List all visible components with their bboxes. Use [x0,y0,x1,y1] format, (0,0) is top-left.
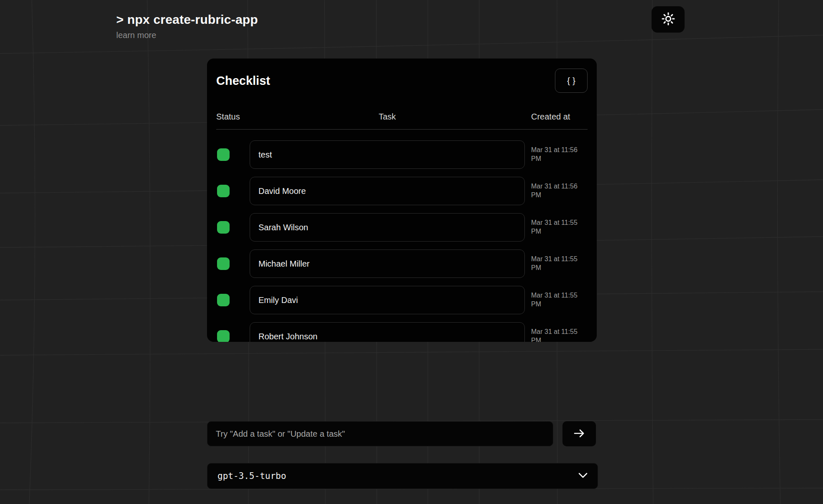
task-checkbox[interactable] [217,185,230,197]
table-row: Mar 31 at 11:56 PM [216,140,588,169]
json-view-button[interactable]: { } [555,69,588,93]
send-button[interactable] [562,421,596,446]
task-checkbox[interactable] [217,330,230,342]
app-title: > npx create-rubric-app [116,13,258,27]
task-text-input[interactable] [250,140,525,169]
task-text-input[interactable] [250,322,525,342]
task-command-input[interactable] [207,421,553,446]
learn-more-link[interactable]: learn more [116,31,156,40]
table-row: Mar 31 at 11:55 PM [216,286,588,314]
task-checkbox[interactable] [217,294,230,306]
task-text-input[interactable] [250,177,525,205]
chevron-down-icon [578,472,588,480]
table-row: Mar 31 at 11:56 PM [216,177,588,205]
task-checkbox[interactable] [217,148,230,161]
model-select-value: gpt-3.5-turbo [217,471,286,481]
sun-icon [662,12,675,27]
task-created-at: Mar 31 at 11:55 PM [525,219,587,236]
task-created-at: Mar 31 at 11:55 PM [525,255,587,272]
app-header: > npx create-rubric-app learn more [116,13,258,40]
card-title: Checklist [216,74,270,88]
task-text-input[interactable] [250,213,525,242]
column-created-at: Created at [525,112,588,122]
table-row: Mar 31 at 11:55 PM [216,322,588,342]
model-select[interactable]: gpt-3.5-turbo [207,463,598,489]
column-task: Task [250,112,525,122]
table-header: Status Task Created at [216,112,588,130]
task-created-at: Mar 31 at 11:55 PM [525,328,587,342]
arrow-right-icon [573,428,585,440]
task-text-input[interactable] [250,249,525,278]
task-checkbox[interactable] [217,221,230,234]
task-list: Mar 31 at 11:56 PM Mar 31 at 11:56 PM Ma… [216,140,588,342]
task-created-at: Mar 31 at 11:55 PM [525,291,587,309]
table-row: Mar 31 at 11:55 PM [216,213,588,242]
column-status: Status [216,112,250,122]
task-created-at: Mar 31 at 11:56 PM [525,146,587,163]
task-text-input[interactable] [250,286,525,314]
table-row: Mar 31 at 11:55 PM [216,249,588,278]
checklist-card: Checklist { } Status Task Created at Mar… [207,59,597,342]
task-checkbox[interactable] [217,257,230,270]
task-created-at: Mar 31 at 11:56 PM [525,182,587,200]
theme-toggle-button[interactable] [652,6,685,33]
